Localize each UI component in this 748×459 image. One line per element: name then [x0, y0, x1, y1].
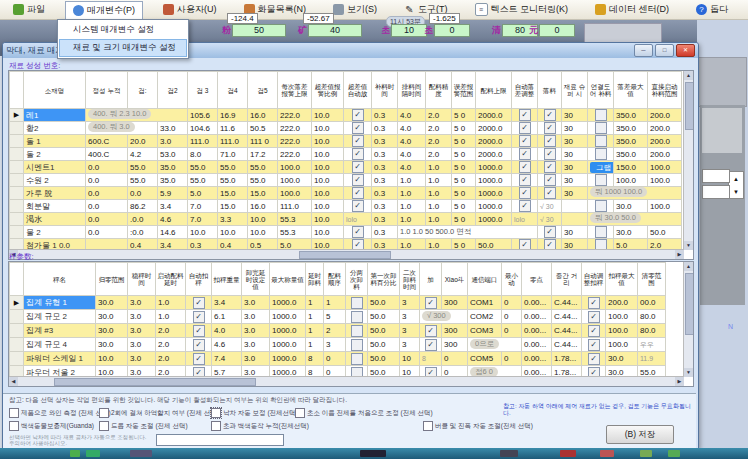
table-cell[interactable]: lolo: [344, 213, 372, 226]
table-cell[interactable]: 33.0: [158, 122, 188, 135]
checkbox-unchecked[interactable]: [99, 408, 109, 418]
table-cell[interactable]: [346, 310, 368, 324]
scroll-down-icon[interactable]: ▼: [684, 368, 693, 377]
table-cell[interactable]: [346, 352, 368, 366]
table-cell[interactable]: ✓: [344, 200, 372, 213]
table-cell[interactable]: ✓: [582, 324, 606, 338]
table-cell[interactable]: 00.0: [638, 296, 666, 310]
table-cell[interactable]: 53.0: [158, 148, 188, 161]
row-selector[interactable]: ▶: [10, 296, 24, 310]
table-cell[interactable]: 71.0: [218, 148, 248, 161]
table-cell[interactable]: 15.0: [218, 187, 248, 200]
footer-checkbox-버클-및-진폭-자동-조절-전체-선택-[interactable]: 버클 및 진폭 자동 조절(전체 선택): [423, 421, 533, 431]
row-selector[interactable]: [10, 310, 24, 324]
table-cell[interactable]: 1000.0: [476, 161, 512, 174]
table-cell[interactable]: 2000.0: [476, 135, 512, 148]
table-cell[interactable]: 30.0: [96, 296, 128, 310]
table-cell[interactable]: 80.0: [638, 324, 666, 338]
table-cell[interactable]: ✓: [538, 135, 562, 148]
table-cell[interactable]: ✓: [186, 310, 212, 324]
table-cell[interactable]: 1000.0: [476, 174, 512, 187]
checkbox-unchecked[interactable]: [99, 421, 109, 431]
table-cell[interactable]: ✓: [538, 109, 562, 122]
table-cell[interactable]: 350.0: [614, 122, 648, 135]
table-cell[interactable]: COM5: [468, 352, 502, 366]
table-cell[interactable]: 55.0: [248, 161, 278, 174]
table-cell[interactable]: 2.0: [426, 109, 452, 122]
table-cell[interactable]: 400.C: [86, 148, 128, 161]
checkbox-unchecked[interactable]: [595, 135, 607, 147]
checkbox-checked[interactable]: ✓: [352, 226, 364, 238]
table-cell[interactable]: 100.0: [606, 338, 638, 352]
table-cell[interactable]: 5 0: [452, 109, 476, 122]
table-cell[interactable]: 0.0: [86, 161, 128, 174]
table-cell[interactable]: 3.4: [158, 200, 188, 213]
taskbar-item[interactable]: [560, 450, 576, 457]
checkbox-checked[interactable]: ✓: [588, 325, 600, 337]
table-cell[interactable]: ✓: [512, 148, 538, 161]
table-cell[interactable]: 30: [562, 174, 588, 187]
checkbox-checked[interactable]: ✓: [352, 200, 364, 212]
table-cell[interactable]: 0.0: [86, 226, 128, 239]
table-cell[interactable]: ✓: [344, 161, 372, 174]
table-cell[interactable]: 30: [562, 122, 588, 135]
footer-checkbox-초소-이름-전체를-처음으로-조정-전체[interactable]: 초소 이름 전체를 처음으로 조정 (전체 선택): [295, 408, 433, 418]
table-cell[interactable]: [588, 109, 614, 122]
table-cell[interactable]: 2000.0: [476, 109, 512, 122]
table-cell[interactable]: 100.0: [278, 187, 312, 200]
table-cell[interactable]: 11.6: [218, 122, 248, 135]
table-cell[interactable]: 30.0: [96, 310, 128, 324]
table-cell[interactable]: 0: [502, 310, 522, 324]
table-cell[interactable]: ✓: [512, 109, 538, 122]
row-name-cell[interactable]: 집계 규모 4: [24, 338, 96, 352]
menu-item-help[interactable]: ?돕다: [689, 1, 735, 18]
table-cell[interactable]: 104.6: [188, 122, 218, 135]
table-cell[interactable]: lolo: [512, 213, 538, 226]
footer-checkbox-백색동물보충제-Guanda-[interactable]: 백색동물보충제(Guanda): [9, 421, 94, 431]
table-cell[interactable]: 5.0: [188, 187, 218, 200]
table-cell[interactable]: 5 0: [452, 148, 476, 161]
taskbar-item[interactable]: [668, 450, 680, 457]
table-cell[interactable]: 30.0: [614, 200, 648, 213]
save-button[interactable]: (B) 저장: [606, 425, 674, 444]
checkbox-checked[interactable]: ✓: [519, 200, 531, 212]
table-cell[interactable]: 0.3: [372, 200, 398, 213]
table-cell[interactable]: 뭐 1000 100.0: [588, 187, 682, 200]
table-cell[interactable]: 3.0: [128, 324, 156, 338]
table-cell[interactable]: 150.0: [614, 161, 648, 174]
checkbox-unchecked[interactable]: [351, 297, 363, 309]
table-cell[interactable]: 100.0: [278, 161, 312, 174]
table-cell[interactable]: [346, 296, 368, 310]
table-cell[interactable]: 3.0: [242, 352, 270, 366]
table-cell[interactable]: COM3: [468, 324, 502, 338]
table-cell[interactable]: ✓: [420, 338, 442, 352]
row-name-cell[interactable]: 레1: [24, 109, 86, 122]
dropdown-item-1[interactable]: 재료 및 크기 매개변수 설정: [59, 39, 187, 57]
table-cell[interactable]: ✓: [344, 226, 372, 239]
checkbox-checked[interactable]: ✓: [352, 174, 364, 186]
table-cell[interactable]: 8: [420, 352, 442, 366]
table-cell[interactable]: 111.0: [218, 135, 248, 148]
checkbox-checked[interactable]: ✓: [352, 161, 364, 173]
table-cell[interactable]: 16.9: [218, 109, 248, 122]
table-cell[interactable]: ✓: [582, 338, 606, 352]
table-cell[interactable]: 4.2: [128, 148, 158, 161]
table-cell[interactable]: 2000.0: [476, 122, 512, 135]
table-cell[interactable]: [562, 213, 588, 226]
table-cell[interactable]: 55.3: [278, 213, 312, 226]
row-name-cell[interactable]: 돌 1: [24, 135, 86, 148]
taskbar-item[interactable]: [500, 450, 518, 457]
table-cell[interactable]: 2.0: [426, 148, 452, 161]
scroll-down-icon[interactable]: ▼: [684, 241, 693, 250]
table-cell[interactable]: 3: [400, 324, 420, 338]
unit-button[interactable]: 그램: [590, 162, 614, 173]
table-cell[interactable]: 0.0: [86, 174, 128, 187]
checkbox-unchecked[interactable]: [9, 408, 19, 418]
table-cell[interactable]: 200.0: [648, 122, 682, 135]
table-cell[interactable]: √ 30: [538, 200, 562, 213]
menu-item-view[interactable]: 보기(S): [326, 1, 384, 18]
table-cell[interactable]: 1: [306, 310, 324, 324]
table-cell[interactable]: 55.0: [128, 174, 158, 187]
table-cell[interactable]: 0.3: [372, 135, 398, 148]
table-cell[interactable]: [562, 200, 588, 213]
